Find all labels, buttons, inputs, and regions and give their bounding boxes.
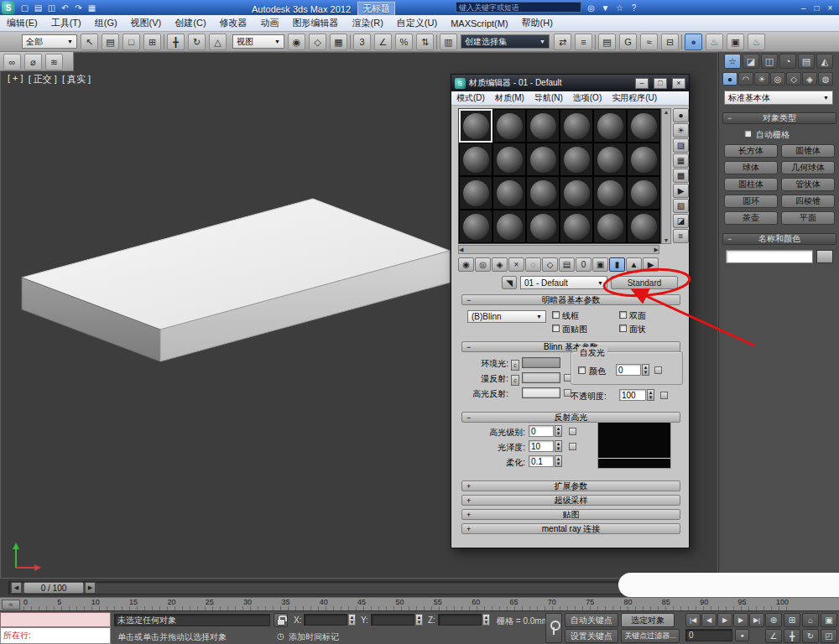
help-icon[interactable]: ? [628, 2, 640, 13]
auto-key-button[interactable]: 自动关键点 [565, 613, 618, 627]
material-sample-slot[interactable] [560, 210, 593, 243]
pan-icon[interactable]: ╋ [784, 629, 800, 643]
material-sample-slot[interactable] [492, 143, 526, 176]
material-sample-slot[interactable] [492, 176, 526, 210]
show-end-result-icon[interactable]: ▮ [609, 257, 625, 272]
select-manipulate-icon[interactable]: ◇ [309, 34, 326, 50]
maximize-icon[interactable]: □ [654, 78, 667, 89]
selection-filter-dropdown[interactable]: 全部 ▼ [22, 34, 77, 49]
category-systems-icon[interactable]: ◍ [818, 72, 833, 86]
menu-item[interactable]: 帮助(H) [515, 15, 560, 31]
render-production-icon[interactable]: ♨ [748, 34, 765, 50]
layer-manager-icon[interactable]: ▤ [598, 34, 616, 50]
material-sample-slot[interactable] [593, 109, 627, 143]
material-sample-slot[interactable] [593, 143, 627, 176]
menu-item[interactable]: 选项(O) [568, 92, 607, 104]
sample-uv-tiling-icon[interactable]: ▦ [673, 153, 689, 168]
open-file-icon[interactable]: ▤ [32, 2, 44, 13]
save-file-icon[interactable]: ◫ [45, 2, 58, 13]
new-scene-icon[interactable]: ▢ [18, 2, 31, 13]
material-sample-slot[interactable] [526, 109, 560, 143]
menu-item[interactable]: 实用程序(U) [607, 92, 662, 104]
primitive-button[interactable]: 四棱锥 [781, 195, 835, 208]
get-material-icon[interactable]: ◉ [458, 257, 474, 272]
menu-item[interactable]: 视图(V) [124, 15, 169, 31]
tab-utilities[interactable]: ◭ [816, 54, 833, 69]
set-keys-button[interactable] [545, 613, 562, 643]
material-sample-slot[interactable] [492, 109, 526, 143]
material-sample-slot[interactable] [526, 210, 560, 243]
shader-rollout-header[interactable]: − 明暗器基本参数 [461, 294, 680, 305]
menu-item[interactable]: 修改器 [213, 15, 254, 31]
snap-toggle-3d-icon[interactable]: 3 [353, 34, 371, 50]
time-slider-handle[interactable]: 0 / 100 [23, 582, 84, 594]
render-setup-icon[interactable]: ♨ [706, 34, 723, 50]
minimize-icon[interactable]: – [635, 78, 649, 89]
menu-item[interactable]: 渲染(R) [346, 15, 390, 31]
zoom-extents-all-icon[interactable]: ▣ [821, 613, 837, 627]
mirror-icon[interactable]: ⇄ [554, 34, 571, 50]
tab-hierarchy[interactable]: ◫ [761, 54, 778, 69]
opacity-map-button[interactable] [660, 392, 668, 399]
align-icon[interactable]: ≡ [575, 34, 592, 50]
menu-item[interactable]: 动画 [254, 15, 286, 31]
named-selection-dropdown[interactable]: 创建选择集 ▼ [461, 34, 550, 49]
material-sample-slot[interactable] [459, 176, 492, 210]
glossiness-map-button[interactable] [569, 443, 576, 450]
soften-field[interactable]: 0.1 [529, 455, 554, 467]
curve-editor-icon[interactable]: ≈ [640, 34, 658, 50]
video-color-check-icon[interactable]: ▩ [673, 169, 689, 183]
maxscript-listener-line[interactable]: 所在行: [0, 627, 111, 644]
close-icon[interactable]: × [672, 78, 685, 89]
go-forward-sibling-icon[interactable]: ▶ [643, 257, 659, 272]
specular-level-spinner[interactable]: ▴▾ [555, 425, 562, 437]
name-color-rollout-header[interactable]: − 名称和颜色 [722, 233, 836, 245]
coord-x-input[interactable] [304, 614, 347, 626]
material-sample-slot[interactable] [627, 176, 660, 210]
next-frame-arrow-icon[interactable]: ▶ [85, 582, 96, 594]
primitive-button[interactable]: 几何球体 [781, 161, 835, 174]
tab-modify[interactable]: ◪ [743, 54, 759, 69]
faceted-checkbox[interactable] [619, 325, 627, 332]
soften-spinner[interactable]: ▴▾ [555, 455, 562, 467]
mental-ray-rollout-header[interactable]: + mental ray 连接 [461, 523, 680, 534]
autogrid-checkbox[interactable] [744, 130, 752, 138]
communication-center-icon[interactable]: ▼ [599, 2, 612, 13]
select-rotate-icon[interactable]: ↻ [188, 34, 206, 50]
bind-to-spacewarp-icon[interactable]: ≋ [45, 54, 63, 70]
object-color-swatch[interactable] [816, 250, 833, 263]
slots-horizontal-scrollbar[interactable]: ◀ ▶ [458, 245, 659, 254]
graphite-tools-icon[interactable]: G [619, 34, 637, 50]
reference-coordinate-dropdown[interactable]: 视图 ▼ [232, 34, 284, 49]
slots-vertical-scrollbar[interactable]: ▲ ▼ [661, 108, 671, 244]
primitive-button[interactable]: 管状体 [781, 178, 835, 191]
extended-params-rollout-header[interactable]: + 扩展参数 [461, 480, 680, 491]
make-unique-icon[interactable]: ◇ [542, 257, 558, 272]
object-name-input[interactable] [726, 250, 813, 263]
material-editor-icon[interactable]: ● [685, 34, 702, 50]
key-selected-dropdown[interactable]: 选定对象 [621, 613, 675, 627]
coord-y-input[interactable] [371, 614, 414, 626]
scroll-left-icon[interactable]: ◀ [459, 247, 463, 253]
window-crossing-icon[interactable]: ⊞ [143, 34, 161, 50]
time-slider-track[interactable] [8, 581, 711, 595]
primitive-button[interactable]: 球体 [724, 161, 778, 174]
rectangular-region-icon[interactable]: □ [122, 34, 140, 50]
primitive-button[interactable]: 圆环 [724, 195, 778, 208]
track-bar[interactable]: ≈ 05101520253035404550556065707580859095… [0, 597, 839, 610]
primitive-button[interactable]: 圆柱体 [724, 178, 778, 191]
primitive-button[interactable]: 长方体 [724, 144, 778, 158]
select-by-material-icon[interactable]: ◪ [673, 214, 689, 228]
material-name-dropdown[interactable]: 01 - Default ▼ [520, 276, 607, 289]
backlight-icon[interactable]: ☀ [673, 123, 689, 138]
previous-frame-icon[interactable]: ◀ [701, 613, 717, 627]
coord-z-spinner[interactable]: ▴▾ [482, 614, 490, 626]
select-by-name-icon[interactable]: ▤ [102, 34, 119, 50]
previous-frame-arrow-icon[interactable]: ◀ [11, 582, 22, 594]
material-sample-slot[interactable] [459, 143, 492, 176]
menu-item[interactable]: 组(G) [88, 15, 124, 31]
material-editor-titlebar[interactable]: S 材质编辑器 - 01 - Default – □ × [451, 75, 689, 91]
material-sample-slot[interactable] [593, 210, 627, 243]
assign-material-icon[interactable]: ◈ [492, 257, 508, 272]
self-illum-spinner[interactable]: ▴▾ [642, 364, 649, 376]
